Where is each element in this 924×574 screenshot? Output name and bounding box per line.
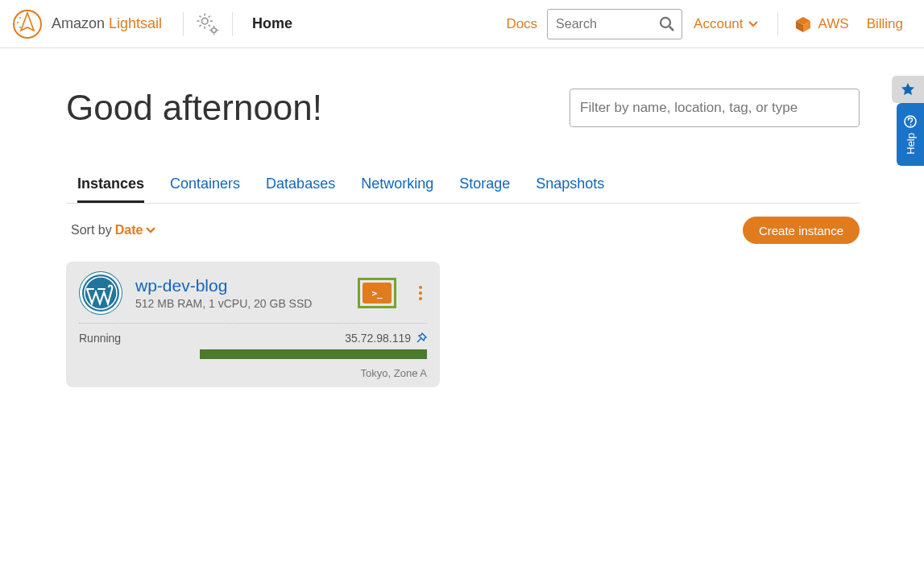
create-instance-button[interactable]: Create instance <box>743 217 860 244</box>
ssh-connect-button[interactable]: >_ <box>358 278 396 308</box>
favorites-button[interactable] <box>892 76 924 103</box>
instance-card: wp-dev-blog 512 MB RAM, 1 vCPU, 20 GB SS… <box>66 262 440 387</box>
greeting-title: Good afternoon! <box>66 89 322 127</box>
svg-point-6 <box>661 18 670 27</box>
star-icon <box>901 82 915 97</box>
nav-aws[interactable]: AWS <box>786 15 857 33</box>
svg-point-2 <box>17 22 19 23</box>
instance-name-link[interactable]: wp-dev-blog <box>135 276 345 295</box>
nav-docs[interactable]: Docs <box>496 16 547 32</box>
nav-billing[interactable]: Billing <box>857 16 913 32</box>
help-rail: Help <box>892 76 924 166</box>
instance-status: Running <box>79 332 121 345</box>
tab-databases[interactable]: Databases <box>266 176 335 203</box>
svg-point-3 <box>19 27 21 28</box>
tab-instances[interactable]: Instances <box>77 176 144 203</box>
sort-control[interactable]: Sort by Date <box>71 223 155 237</box>
sort-value[interactable]: Date <box>115 223 143 237</box>
help-icon <box>904 115 917 128</box>
brand-text: Amazon Lightsail <box>52 15 162 32</box>
filter-box[interactable] <box>570 89 860 127</box>
tab-storage[interactable]: Storage <box>459 176 510 203</box>
tab-snapshots[interactable]: Snapshots <box>536 176 604 203</box>
top-nav: Amazon Lightsail Home Docs Account <box>0 0 924 48</box>
svg-point-1 <box>19 17 21 19</box>
brand-logo-group[interactable]: Amazon Lightsail <box>11 8 175 40</box>
instance-actions-menu[interactable] <box>414 281 427 305</box>
aws-cube-icon <box>794 15 812 33</box>
chevron-down-icon <box>146 227 155 233</box>
svg-point-5 <box>212 27 217 32</box>
divider <box>232 12 233 36</box>
search-icon <box>659 16 675 32</box>
terminal-icon: >_ <box>363 283 392 304</box>
filter-input[interactable] <box>580 89 849 126</box>
wordpress-icon <box>79 271 122 315</box>
help-button[interactable]: Help <box>897 103 924 166</box>
instance-ip[interactable]: 35.72.98.119 <box>345 332 427 345</box>
settings-gears-icon[interactable] <box>192 8 224 40</box>
tab-containers[interactable]: Containers <box>170 176 240 203</box>
help-label: Help <box>905 133 917 155</box>
chevron-down-icon <box>748 21 758 27</box>
resource-tabs: Instances Containers Databases Networkin… <box>66 176 860 204</box>
main-content: Good afternoon! Instances Containers Dat… <box>0 48 924 387</box>
instance-specs: 512 MB RAM, 1 vCPU, 20 GB SSD <box>135 297 345 310</box>
lightsail-logo-icon <box>11 8 44 40</box>
nav-home[interactable]: Home <box>252 15 292 32</box>
tab-networking[interactable]: Networking <box>361 176 433 203</box>
instance-location: Tokyo, Zone A <box>79 367 427 379</box>
divider <box>777 12 778 36</box>
usage-bar <box>200 349 427 359</box>
sort-prefix: Sort by <box>71 223 112 237</box>
global-search[interactable] <box>547 9 682 39</box>
account-menu[interactable]: Account <box>682 16 769 32</box>
svg-line-7 <box>669 27 673 31</box>
pin-icon[interactable] <box>416 332 427 344</box>
svg-point-4 <box>202 18 209 24</box>
divider <box>183 12 184 36</box>
